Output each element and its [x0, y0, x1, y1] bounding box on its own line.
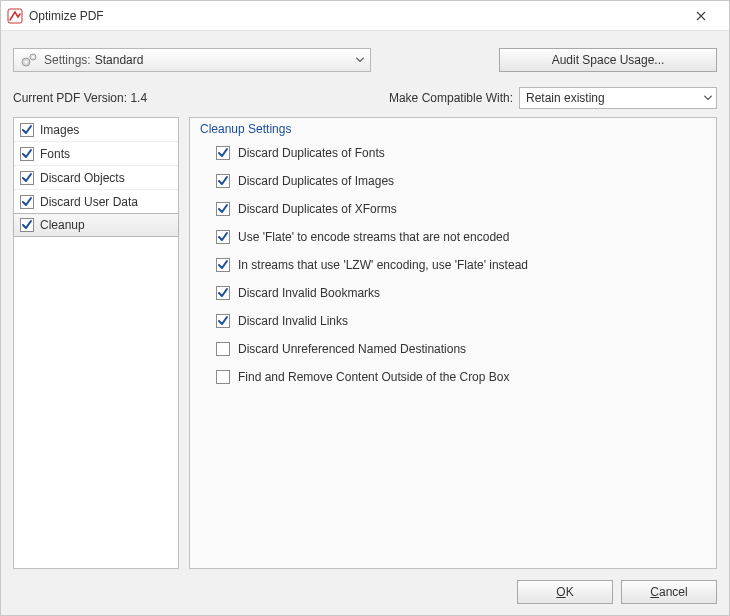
current-pdf-version: Current PDF Version: 1.4	[13, 91, 147, 105]
gears-icon	[20, 52, 38, 68]
option-row[interactable]: In streams that use 'LZW' encoding, use …	[216, 258, 708, 272]
option-label: Discard Invalid Bookmarks	[238, 286, 380, 300]
panel-title: Cleanup Settings	[198, 122, 708, 136]
option-label: Find and Remove Content Outside of the C…	[238, 370, 509, 384]
option-row[interactable]: Discard Invalid Bookmarks	[216, 286, 708, 300]
settings-panel: Cleanup Settings Discard Duplicates of F…	[189, 117, 717, 569]
settings-combo[interactable]: Settings: Standard	[13, 48, 371, 72]
make-compatible-label: Make Compatible With:	[389, 91, 513, 105]
info-row: Current PDF Version: 1.4 Make Compatible…	[13, 85, 717, 111]
top-row: Settings: Standard Audit Space Usage...	[13, 43, 717, 77]
option-label: In streams that use 'LZW' encoding, use …	[238, 258, 528, 272]
checkbox-icon[interactable]	[216, 258, 230, 272]
settings-label: Settings:	[44, 53, 91, 67]
option-label: Use 'Flate' to encode streams that are n…	[238, 230, 509, 244]
app-icon	[7, 8, 23, 24]
sidebar-item-discard-user-data[interactable]: Discard User Data	[14, 190, 178, 214]
sidebar-item-fonts[interactable]: Fonts	[14, 142, 178, 166]
main-area: ImagesFontsDiscard ObjectsDiscard User D…	[13, 117, 717, 569]
sidebar-item-label: Discard Objects	[40, 171, 125, 185]
checkbox-icon[interactable]	[20, 195, 34, 209]
checkbox-icon[interactable]	[216, 314, 230, 328]
checkbox-icon[interactable]	[216, 370, 230, 384]
option-row[interactable]: Find and Remove Content Outside of the C…	[216, 370, 708, 384]
audit-label: Audit Space Usage...	[552, 53, 665, 67]
window-optimize-pdf: Optimize PDF Settings: Standard	[0, 0, 730, 616]
option-label: Discard Duplicates of Fonts	[238, 146, 385, 160]
checkbox-icon[interactable]	[216, 202, 230, 216]
option-row[interactable]: Discard Invalid Links	[216, 314, 708, 328]
svg-rect-18	[217, 371, 230, 384]
option-label: Discard Duplicates of XForms	[238, 202, 397, 216]
options-list: Discard Duplicates of FontsDiscard Dupli…	[198, 146, 708, 384]
category-sidebar: ImagesFontsDiscard ObjectsDiscard User D…	[13, 117, 179, 569]
sidebar-item-label: Fonts	[40, 147, 70, 161]
svg-rect-17	[217, 343, 230, 356]
audit-space-usage-button[interactable]: Audit Space Usage...	[499, 48, 717, 72]
checkbox-icon[interactable]	[216, 342, 230, 356]
option-label: Discard Invalid Links	[238, 314, 348, 328]
chevron-down-icon	[356, 58, 364, 63]
ok-button[interactable]: OK	[517, 580, 613, 604]
cancel-label: Cancel	[650, 585, 687, 599]
window-title: Optimize PDF	[29, 9, 679, 23]
checkbox-icon[interactable]	[216, 146, 230, 160]
option-label: Discard Duplicates of Images	[238, 174, 394, 188]
window-close-button[interactable]	[679, 2, 723, 30]
sidebar-item-label: Images	[40, 123, 79, 137]
option-row[interactable]: Discard Duplicates of XForms	[216, 202, 708, 216]
checkbox-icon[interactable]	[20, 123, 34, 137]
sidebar-item-label: Cleanup	[40, 218, 85, 232]
option-row[interactable]: Discard Unreferenced Named Destinations	[216, 342, 708, 356]
sidebar-item-discard-objects[interactable]: Discard Objects	[14, 166, 178, 190]
ok-label: OK	[556, 585, 573, 599]
option-row[interactable]: Discard Duplicates of Fonts	[216, 146, 708, 160]
checkbox-icon[interactable]	[216, 230, 230, 244]
svg-point-4	[32, 56, 34, 58]
checkbox-icon[interactable]	[20, 171, 34, 185]
dialog-body: Settings: Standard Audit Space Usage... …	[1, 31, 729, 569]
svg-point-2	[25, 61, 28, 64]
sidebar-item-images[interactable]: Images	[14, 118, 178, 142]
checkbox-icon[interactable]	[20, 147, 34, 161]
checkbox-icon[interactable]	[20, 218, 34, 232]
chevron-down-icon	[704, 96, 712, 101]
settings-value: Standard	[95, 53, 144, 67]
compat-value: Retain existing	[526, 91, 605, 105]
option-label: Discard Unreferenced Named Destinations	[238, 342, 466, 356]
checkbox-icon[interactable]	[216, 286, 230, 300]
sidebar-item-label: Discard User Data	[40, 195, 138, 209]
checkbox-icon[interactable]	[216, 174, 230, 188]
sidebar-item-cleanup[interactable]: Cleanup	[13, 213, 179, 237]
cancel-button[interactable]: Cancel	[621, 580, 717, 604]
option-row[interactable]: Use 'Flate' to encode streams that are n…	[216, 230, 708, 244]
dialog-footer: OK Cancel	[1, 569, 729, 615]
titlebar: Optimize PDF	[1, 1, 729, 31]
option-row[interactable]: Discard Duplicates of Images	[216, 174, 708, 188]
make-compatible-combo[interactable]: Retain existing	[519, 87, 717, 109]
